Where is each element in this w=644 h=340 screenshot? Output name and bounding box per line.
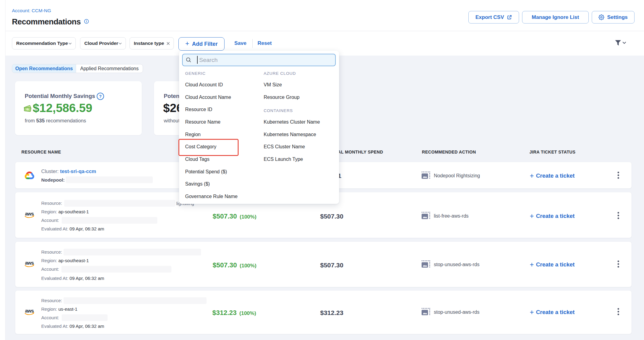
svg-text:aws: aws: [25, 260, 34, 266]
svg-text:?: ?: [99, 94, 102, 99]
svg-text:aws: aws: [25, 211, 34, 216]
svg-text:aws: aws: [25, 308, 34, 313]
